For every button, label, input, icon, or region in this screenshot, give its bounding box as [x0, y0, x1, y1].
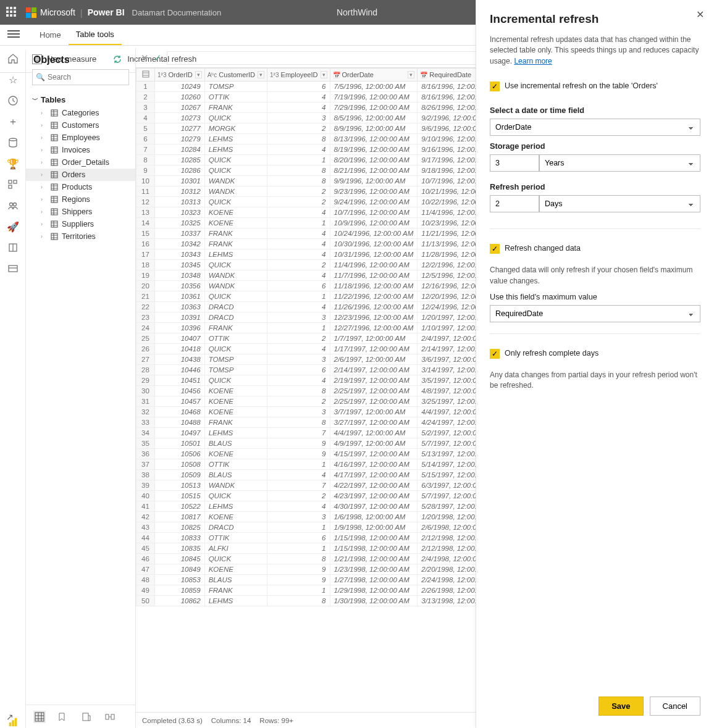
storage-period-unit-select[interactable]: Years — [539, 154, 700, 172]
data-cell[interactable]: 10509 — [155, 470, 205, 480]
home-icon[interactable] — [7, 53, 19, 64]
data-cell[interactable]: 4/16/1997, 12:00:00 AM — [330, 459, 418, 470]
data-cell[interactable]: 10342 — [155, 239, 205, 249]
datasets-icon[interactable] — [7, 137, 19, 148]
data-cell[interactable]: 3 — [267, 312, 330, 323]
data-cell[interactable]: 9/9/1996, 12:00:00 AM — [330, 176, 418, 186]
data-cell[interactable]: 2 — [267, 197, 330, 207]
data-cell[interactable]: FRANK — [204, 585, 267, 596]
column-filter-dropdown[interactable]: ▾ — [408, 71, 414, 78]
data-cell[interactable]: 12/23/1996, 12:00:00 AM — [330, 312, 418, 323]
data-cell[interactable]: 10285 — [155, 155, 205, 165]
data-cell[interactable]: 10/24/1996, 12:00:00 AM — [330, 228, 418, 239]
data-cell[interactable]: 10835 — [155, 543, 205, 554]
data-cell[interactable]: QUICK — [204, 491, 267, 501]
data-cell[interactable]: 2/25/1997, 12:00:00 AM — [330, 386, 418, 396]
data-cell[interactable]: 2 — [267, 333, 330, 344]
table-item-orders[interactable]: ›Orders — [26, 169, 135, 181]
data-cell[interactable]: WANDK — [204, 270, 267, 281]
data-cell[interactable]: 4 — [267, 302, 330, 312]
data-cell[interactable]: KOENE — [204, 218, 267, 228]
data-cell[interactable]: 10391 — [155, 312, 205, 323]
data-cell[interactable]: 6 — [267, 533, 330, 543]
data-cell[interactable]: ALFKI — [204, 543, 267, 554]
data-cell[interactable]: KOENE — [204, 396, 267, 407]
data-cell[interactable]: QUICK — [204, 155, 267, 165]
data-cell[interactable]: 10396 — [155, 323, 205, 333]
data-cell[interactable]: 10468 — [155, 407, 205, 417]
data-cell[interactable]: 9 — [267, 438, 330, 449]
table-item-customers[interactable]: ›Customers — [26, 119, 135, 132]
data-cell[interactable]: KOENE — [204, 512, 267, 522]
column-filter-dropdown[interactable]: ▾ — [195, 71, 202, 78]
data-cell[interactable]: 8/9/1996, 12:00:00 AM — [330, 123, 418, 134]
table-item-employees[interactable]: ›Employees — [26, 132, 135, 144]
data-cell[interactable]: QUICK — [204, 375, 267, 386]
data-cell[interactable]: FRANK — [204, 323, 267, 333]
data-cell[interactable]: 10506 — [155, 449, 205, 459]
shared-icon[interactable] — [7, 200, 19, 211]
data-cell[interactable]: LEHMS — [204, 144, 267, 155]
goals-icon[interactable]: 🏆 — [7, 158, 19, 169]
data-cell[interactable]: 11/22/1996, 12:00:00 AM — [330, 291, 418, 302]
data-cell[interactable]: DRACD — [204, 312, 267, 323]
workspaces-icon[interactable] — [7, 263, 19, 274]
data-cell[interactable]: 10/7/1996, 12:00:00 AM — [330, 207, 418, 218]
data-cell[interactable]: 10522 — [155, 501, 205, 512]
data-cell[interactable]: DRACD — [204, 302, 267, 312]
learn-more-link[interactable]: Learn more — [514, 57, 552, 65]
cancel-formula-icon[interactable]: ✕ — [141, 52, 149, 64]
data-cell[interactable]: 4 — [267, 375, 330, 386]
data-cell[interactable]: 10286 — [155, 165, 205, 176]
data-cell[interactable]: 9 — [267, 449, 330, 459]
data-cell[interactable]: 1 — [267, 522, 330, 533]
data-cell[interactable]: FRANK — [204, 417, 267, 428]
data-cell[interactable]: 10/9/1996, 12:00:00 AM — [330, 218, 418, 228]
data-cell[interactable]: KOENE — [204, 207, 267, 218]
data-cell[interactable]: 1 — [267, 291, 330, 302]
data-cell[interactable]: 10337 — [155, 228, 205, 239]
data-cell[interactable]: 10833 — [155, 533, 205, 543]
data-cell[interactable]: 10361 — [155, 291, 205, 302]
data-cell[interactable]: 8 — [267, 165, 330, 176]
data-cell[interactable]: 4/15/1997, 12:00:00 AM — [330, 449, 418, 459]
table-item-invoices[interactable]: ›Invoices — [26, 144, 135, 156]
data-cell[interactable]: 2 — [267, 396, 330, 407]
data-cell[interactable]: 10497 — [155, 428, 205, 438]
data-cell[interactable]: WANDK — [204, 281, 267, 291]
table-item-regions[interactable]: ›Regions — [26, 193, 135, 206]
data-cell[interactable]: QUICK — [204, 260, 267, 270]
data-cell[interactable]: TOMSP — [204, 365, 267, 375]
data-cell[interactable]: 6 — [267, 365, 330, 375]
data-cell[interactable]: 3/27/1997, 12:00:00 AM — [330, 417, 418, 428]
data-cell[interactable]: 1/23/1998, 12:00:00 AM — [330, 564, 418, 575]
data-cell[interactable]: 4 — [267, 270, 330, 281]
data-cell[interactable]: 10273 — [155, 113, 205, 123]
storage-period-value-input[interactable] — [490, 154, 539, 172]
column-header-employeeid[interactable]: 1²3 EmployeeID▾ — [267, 69, 330, 82]
tables-header[interactable]: ﹀ Tables — [26, 93, 135, 107]
data-cell[interactable]: 1/17/1997, 12:00:00 AM — [330, 344, 418, 354]
data-cell[interactable]: 10508 — [155, 459, 205, 470]
data-cell[interactable]: FRANK — [204, 239, 267, 249]
data-cell[interactable]: LEHMS — [204, 249, 267, 260]
data-cell[interactable]: BLAUS — [204, 575, 267, 585]
data-cell[interactable]: 2 — [267, 491, 330, 501]
refresh-changed-checkbox-row[interactable]: ✓ Refresh changed data — [490, 244, 700, 254]
data-cell[interactable]: 10451 — [155, 375, 205, 386]
data-cell[interactable]: 10312 — [155, 186, 205, 197]
data-cell[interactable]: 8 — [267, 386, 330, 396]
data-cell[interactable]: 3 — [267, 354, 330, 365]
data-cell[interactable]: 9 — [267, 575, 330, 585]
data-cell[interactable]: 10845 — [155, 554, 205, 564]
data-cell[interactable]: BLAUS — [204, 438, 267, 449]
data-cell[interactable]: 10446 — [155, 365, 205, 375]
data-cell[interactable]: OTTIK — [204, 459, 267, 470]
data-cell[interactable]: OTTIK — [204, 333, 267, 344]
grid-view-icon[interactable] — [33, 711, 46, 723]
data-cell[interactable]: 10277 — [155, 123, 205, 134]
data-cell[interactable]: WANDK — [204, 186, 267, 197]
data-cell[interactable]: WANDK — [204, 176, 267, 186]
data-cell[interactable]: KOENE — [204, 564, 267, 575]
data-cell[interactable]: 1 — [267, 543, 330, 554]
